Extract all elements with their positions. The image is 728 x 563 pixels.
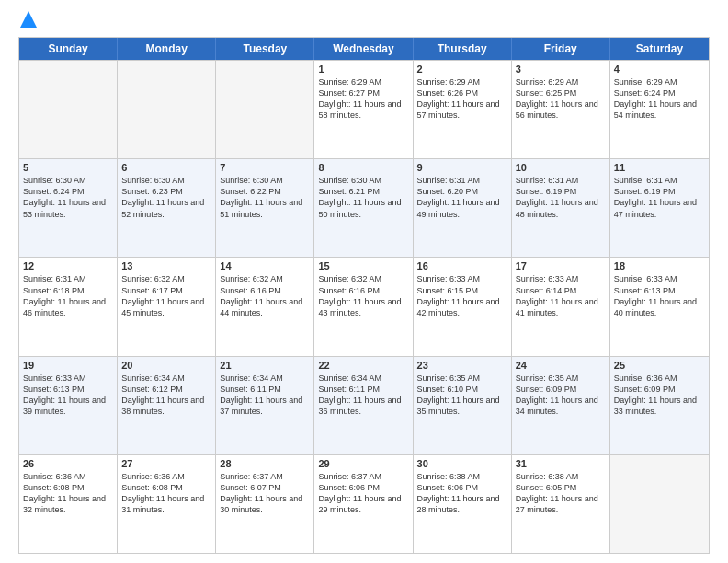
day-info: Sunrise: 6:29 AM Sunset: 6:26 PM Dayligh… [417, 76, 507, 121]
day-cell-4: 4Sunrise: 6:29 AM Sunset: 6:24 PM Daylig… [610, 61, 709, 158]
day-number: 27 [121, 458, 211, 469]
header-day-monday: Monday [118, 38, 216, 60]
day-cell-27: 27Sunrise: 6:36 AM Sunset: 6:08 PM Dayli… [118, 455, 216, 553]
day-info: Sunrise: 6:30 AM Sunset: 6:24 PM Dayligh… [23, 175, 113, 220]
day-number: 16 [417, 260, 507, 271]
empty-cell [216, 61, 314, 158]
day-info: Sunrise: 6:38 AM Sunset: 6:05 PM Dayligh… [516, 471, 606, 516]
day-number: 1 [318, 63, 408, 75]
day-cell-29: 29Sunrise: 6:37 AM Sunset: 6:06 PM Dayli… [314, 455, 413, 553]
day-info: Sunrise: 6:32 AM Sunset: 6:16 PM Dayligh… [220, 273, 310, 318]
day-cell-21: 21Sunrise: 6:34 AM Sunset: 6:11 PM Dayli… [216, 357, 314, 454]
day-info: Sunrise: 6:31 AM Sunset: 6:19 PM Dayligh… [614, 175, 705, 220]
header [18, 15, 710, 28]
calendar-row-3: 12Sunrise: 6:31 AM Sunset: 6:18 PM Dayli… [19, 257, 709, 355]
empty-cell [610, 455, 709, 553]
day-cell-16: 16Sunrise: 6:33 AM Sunset: 6:15 PM Dayli… [414, 258, 512, 355]
day-number: 17 [516, 260, 606, 271]
calendar-row-4: 19Sunrise: 6:33 AM Sunset: 6:13 PM Dayli… [19, 356, 709, 454]
day-number: 13 [121, 260, 211, 271]
header-day-sunday: Sunday [19, 38, 118, 60]
header-day-thursday: Thursday [414, 38, 512, 60]
day-info: Sunrise: 6:38 AM Sunset: 6:06 PM Dayligh… [417, 471, 507, 516]
day-number: 21 [220, 360, 310, 371]
day-cell-31: 31Sunrise: 6:38 AM Sunset: 6:05 PM Dayli… [512, 455, 610, 553]
day-info: Sunrise: 6:37 AM Sunset: 6:06 PM Dayligh… [318, 471, 408, 516]
day-cell-13: 13Sunrise: 6:32 AM Sunset: 6:17 PM Dayli… [118, 258, 216, 355]
day-number: 25 [614, 360, 705, 371]
day-info: Sunrise: 6:29 AM Sunset: 6:27 PM Dayligh… [318, 76, 408, 121]
day-info: Sunrise: 6:33 AM Sunset: 6:14 PM Dayligh… [516, 273, 606, 318]
day-info: Sunrise: 6:30 AM Sunset: 6:21 PM Dayligh… [318, 175, 408, 220]
day-info: Sunrise: 6:32 AM Sunset: 6:16 PM Dayligh… [318, 273, 408, 318]
day-number: 23 [417, 360, 507, 371]
day-info: Sunrise: 6:31 AM Sunset: 6:20 PM Dayligh… [417, 175, 507, 220]
day-cell-5: 5Sunrise: 6:30 AM Sunset: 6:24 PM Daylig… [19, 159, 118, 257]
empty-cell [118, 61, 216, 158]
day-cell-25: 25Sunrise: 6:36 AM Sunset: 6:09 PM Dayli… [610, 357, 709, 454]
day-number: 22 [318, 360, 408, 371]
day-cell-19: 19Sunrise: 6:33 AM Sunset: 6:13 PM Dayli… [19, 357, 118, 454]
day-cell-14: 14Sunrise: 6:32 AM Sunset: 6:16 PM Dayli… [216, 258, 314, 355]
day-number: 15 [318, 260, 408, 271]
page: SundayMondayTuesdayWednesdayThursdayFrid… [0, 0, 728, 563]
calendar-row-2: 5Sunrise: 6:30 AM Sunset: 6:24 PM Daylig… [19, 158, 709, 257]
day-cell-7: 7Sunrise: 6:30 AM Sunset: 6:22 PM Daylig… [216, 159, 314, 257]
day-info: Sunrise: 6:33 AM Sunset: 6:13 PM Dayligh… [614, 273, 705, 318]
day-cell-8: 8Sunrise: 6:30 AM Sunset: 6:21 PM Daylig… [314, 159, 413, 257]
day-number: 26 [23, 458, 113, 469]
day-cell-11: 11Sunrise: 6:31 AM Sunset: 6:19 PM Dayli… [610, 159, 709, 257]
day-cell-1: 1Sunrise: 6:29 AM Sunset: 6:27 PM Daylig… [314, 61, 413, 158]
day-number: 5 [23, 162, 113, 173]
day-info: Sunrise: 6:31 AM Sunset: 6:18 PM Dayligh… [23, 273, 113, 318]
calendar-body: 1Sunrise: 6:29 AM Sunset: 6:27 PM Daylig… [19, 60, 709, 553]
day-cell-26: 26Sunrise: 6:36 AM Sunset: 6:08 PM Dayli… [19, 455, 118, 553]
day-number: 3 [516, 63, 606, 75]
day-number: 8 [318, 162, 408, 173]
day-info: Sunrise: 6:33 AM Sunset: 6:15 PM Dayligh… [417, 273, 507, 318]
day-info: Sunrise: 6:30 AM Sunset: 6:22 PM Dayligh… [220, 175, 310, 220]
day-cell-6: 6Sunrise: 6:30 AM Sunset: 6:23 PM Daylig… [118, 159, 216, 257]
header-day-friday: Friday [512, 38, 610, 60]
day-cell-2: 2Sunrise: 6:29 AM Sunset: 6:26 PM Daylig… [414, 61, 512, 158]
day-number: 11 [614, 162, 705, 173]
svg-marker-0 [20, 11, 37, 28]
day-info: Sunrise: 6:29 AM Sunset: 6:24 PM Dayligh… [614, 76, 705, 121]
day-number: 18 [614, 260, 705, 271]
day-number: 12 [23, 260, 113, 271]
header-day-saturday: Saturday [610, 38, 709, 60]
day-number: 29 [318, 458, 408, 469]
day-cell-28: 28Sunrise: 6:37 AM Sunset: 6:07 PM Dayli… [216, 455, 314, 553]
day-number: 30 [417, 458, 507, 469]
header-day-tuesday: Tuesday [216, 38, 314, 60]
day-number: 7 [220, 162, 310, 173]
day-cell-9: 9Sunrise: 6:31 AM Sunset: 6:20 PM Daylig… [414, 159, 512, 257]
day-info: Sunrise: 6:30 AM Sunset: 6:23 PM Dayligh… [121, 175, 211, 220]
day-cell-30: 30Sunrise: 6:38 AM Sunset: 6:06 PM Dayli… [414, 455, 512, 553]
day-number: 2 [417, 63, 507, 75]
day-number: 6 [121, 162, 211, 173]
day-info: Sunrise: 6:32 AM Sunset: 6:17 PM Dayligh… [121, 273, 211, 318]
day-number: 4 [614, 63, 705, 75]
day-info: Sunrise: 6:36 AM Sunset: 6:08 PM Dayligh… [23, 471, 113, 516]
day-number: 28 [220, 458, 310, 469]
day-number: 19 [23, 360, 113, 371]
logo-icon [20, 11, 37, 28]
day-cell-12: 12Sunrise: 6:31 AM Sunset: 6:18 PM Dayli… [19, 258, 118, 355]
day-number: 9 [417, 162, 507, 173]
day-number: 14 [220, 260, 310, 271]
day-info: Sunrise: 6:34 AM Sunset: 6:12 PM Dayligh… [121, 373, 211, 418]
day-number: 31 [516, 458, 606, 469]
day-cell-10: 10Sunrise: 6:31 AM Sunset: 6:19 PM Dayli… [512, 159, 610, 257]
day-cell-3: 3Sunrise: 6:29 AM Sunset: 6:25 PM Daylig… [512, 61, 610, 158]
day-number: 10 [516, 162, 606, 173]
day-info: Sunrise: 6:31 AM Sunset: 6:19 PM Dayligh… [516, 175, 606, 220]
day-cell-24: 24Sunrise: 6:35 AM Sunset: 6:09 PM Dayli… [512, 357, 610, 454]
header-day-wednesday: Wednesday [314, 38, 413, 60]
day-info: Sunrise: 6:34 AM Sunset: 6:11 PM Dayligh… [220, 373, 310, 418]
day-info: Sunrise: 6:35 AM Sunset: 6:10 PM Dayligh… [417, 373, 507, 418]
day-cell-18: 18Sunrise: 6:33 AM Sunset: 6:13 PM Dayli… [610, 258, 709, 355]
day-cell-22: 22Sunrise: 6:34 AM Sunset: 6:11 PM Dayli… [314, 357, 413, 454]
day-info: Sunrise: 6:34 AM Sunset: 6:11 PM Dayligh… [318, 373, 408, 418]
calendar-header: SundayMondayTuesdayWednesdayThursdayFrid… [19, 38, 709, 60]
